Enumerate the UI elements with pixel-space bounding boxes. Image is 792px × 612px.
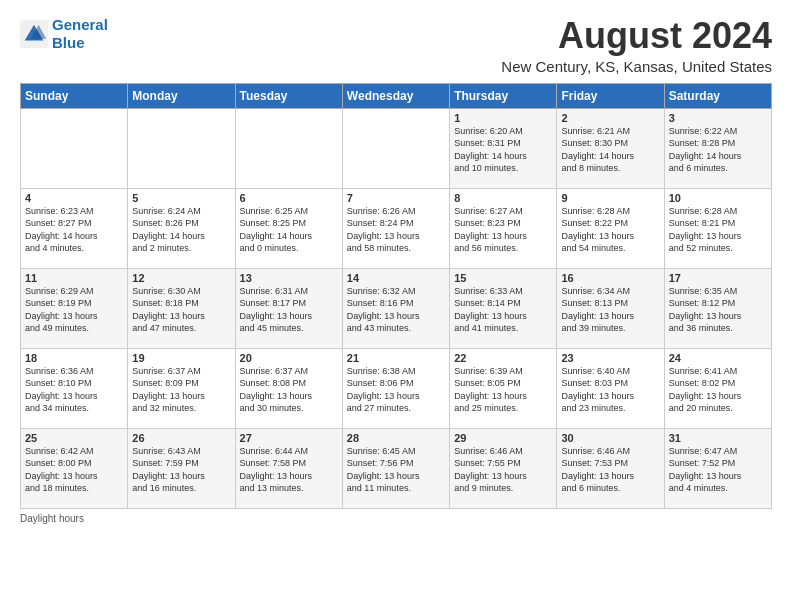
cell-week4-day2: 20Sunrise: 6:37 AM Sunset: 8:08 PM Dayli… bbox=[235, 348, 342, 428]
day-info: Sunrise: 6:25 AM Sunset: 8:25 PM Dayligh… bbox=[240, 205, 338, 255]
day-info: Sunrise: 6:31 AM Sunset: 8:17 PM Dayligh… bbox=[240, 285, 338, 335]
cell-week4-day1: 19Sunrise: 6:37 AM Sunset: 8:09 PM Dayli… bbox=[128, 348, 235, 428]
day-number: 13 bbox=[240, 272, 338, 284]
cell-week1-day6: 3Sunrise: 6:22 AM Sunset: 8:28 PM Daylig… bbox=[664, 108, 771, 188]
day-info: Sunrise: 6:45 AM Sunset: 7:56 PM Dayligh… bbox=[347, 445, 445, 495]
day-number: 25 bbox=[25, 432, 123, 444]
day-number: 21 bbox=[347, 352, 445, 364]
day-info: Sunrise: 6:41 AM Sunset: 8:02 PM Dayligh… bbox=[669, 365, 767, 415]
day-info: Sunrise: 6:40 AM Sunset: 8:03 PM Dayligh… bbox=[561, 365, 659, 415]
cell-week1-day3 bbox=[342, 108, 449, 188]
cell-week2-day5: 9Sunrise: 6:28 AM Sunset: 8:22 PM Daylig… bbox=[557, 188, 664, 268]
col-thursday: Thursday bbox=[450, 83, 557, 108]
cell-week2-day6: 10Sunrise: 6:28 AM Sunset: 8:21 PM Dayli… bbox=[664, 188, 771, 268]
day-number: 20 bbox=[240, 352, 338, 364]
day-number: 9 bbox=[561, 192, 659, 204]
day-info: Sunrise: 6:26 AM Sunset: 8:24 PM Dayligh… bbox=[347, 205, 445, 255]
day-number: 16 bbox=[561, 272, 659, 284]
day-info: Sunrise: 6:30 AM Sunset: 8:18 PM Dayligh… bbox=[132, 285, 230, 335]
cell-week4-day3: 21Sunrise: 6:38 AM Sunset: 8:06 PM Dayli… bbox=[342, 348, 449, 428]
cell-week5-day1: 26Sunrise: 6:43 AM Sunset: 7:59 PM Dayli… bbox=[128, 428, 235, 508]
calendar-table: Sunday Monday Tuesday Wednesday Thursday… bbox=[20, 83, 772, 509]
cell-week2-day0: 4Sunrise: 6:23 AM Sunset: 8:27 PM Daylig… bbox=[21, 188, 128, 268]
day-number: 12 bbox=[132, 272, 230, 284]
day-info: Sunrise: 6:32 AM Sunset: 8:16 PM Dayligh… bbox=[347, 285, 445, 335]
day-number: 6 bbox=[240, 192, 338, 204]
cell-week4-day6: 24Sunrise: 6:41 AM Sunset: 8:02 PM Dayli… bbox=[664, 348, 771, 428]
day-number: 27 bbox=[240, 432, 338, 444]
day-number: 18 bbox=[25, 352, 123, 364]
cell-week3-day1: 12Sunrise: 6:30 AM Sunset: 8:18 PM Dayli… bbox=[128, 268, 235, 348]
day-number: 3 bbox=[669, 112, 767, 124]
day-info: Sunrise: 6:42 AM Sunset: 8:00 PM Dayligh… bbox=[25, 445, 123, 495]
logo-text: General Blue bbox=[52, 16, 108, 52]
cell-week3-day5: 16Sunrise: 6:34 AM Sunset: 8:13 PM Dayli… bbox=[557, 268, 664, 348]
day-info: Sunrise: 6:23 AM Sunset: 8:27 PM Dayligh… bbox=[25, 205, 123, 255]
location: New Century, KS, Kansas, United States bbox=[501, 58, 772, 75]
col-wednesday: Wednesday bbox=[342, 83, 449, 108]
week-row-3: 11Sunrise: 6:29 AM Sunset: 8:19 PM Dayli… bbox=[21, 268, 772, 348]
cell-week3-day3: 14Sunrise: 6:32 AM Sunset: 8:16 PM Dayli… bbox=[342, 268, 449, 348]
month-title: August 2024 bbox=[501, 16, 772, 56]
day-number: 2 bbox=[561, 112, 659, 124]
cell-week4-day5: 23Sunrise: 6:40 AM Sunset: 8:03 PM Dayli… bbox=[557, 348, 664, 428]
header: General Blue August 2024 New Century, KS… bbox=[20, 16, 772, 75]
cell-week3-day4: 15Sunrise: 6:33 AM Sunset: 8:14 PM Dayli… bbox=[450, 268, 557, 348]
col-friday: Friday bbox=[557, 83, 664, 108]
day-number: 23 bbox=[561, 352, 659, 364]
day-info: Sunrise: 6:29 AM Sunset: 8:19 PM Dayligh… bbox=[25, 285, 123, 335]
cell-week3-day0: 11Sunrise: 6:29 AM Sunset: 8:19 PM Dayli… bbox=[21, 268, 128, 348]
day-info: Sunrise: 6:39 AM Sunset: 8:05 PM Dayligh… bbox=[454, 365, 552, 415]
day-info: Sunrise: 6:24 AM Sunset: 8:26 PM Dayligh… bbox=[132, 205, 230, 255]
logo-line1: General bbox=[52, 16, 108, 33]
cell-week5-day0: 25Sunrise: 6:42 AM Sunset: 8:00 PM Dayli… bbox=[21, 428, 128, 508]
day-info: Sunrise: 6:33 AM Sunset: 8:14 PM Dayligh… bbox=[454, 285, 552, 335]
cell-week3-day2: 13Sunrise: 6:31 AM Sunset: 8:17 PM Dayli… bbox=[235, 268, 342, 348]
day-info: Sunrise: 6:46 AM Sunset: 7:53 PM Dayligh… bbox=[561, 445, 659, 495]
day-info: Sunrise: 6:47 AM Sunset: 7:52 PM Dayligh… bbox=[669, 445, 767, 495]
day-number: 1 bbox=[454, 112, 552, 124]
cell-week1-day5: 2Sunrise: 6:21 AM Sunset: 8:30 PM Daylig… bbox=[557, 108, 664, 188]
day-info: Sunrise: 6:38 AM Sunset: 8:06 PM Dayligh… bbox=[347, 365, 445, 415]
day-info: Sunrise: 6:44 AM Sunset: 7:58 PM Dayligh… bbox=[240, 445, 338, 495]
day-number: 17 bbox=[669, 272, 767, 284]
day-info: Sunrise: 6:46 AM Sunset: 7:55 PM Dayligh… bbox=[454, 445, 552, 495]
day-number: 4 bbox=[25, 192, 123, 204]
day-number: 29 bbox=[454, 432, 552, 444]
day-info: Sunrise: 6:37 AM Sunset: 8:08 PM Dayligh… bbox=[240, 365, 338, 415]
cell-week1-day4: 1Sunrise: 6:20 AM Sunset: 8:31 PM Daylig… bbox=[450, 108, 557, 188]
page: General Blue August 2024 New Century, KS… bbox=[0, 0, 792, 534]
header-row: Sunday Monday Tuesday Wednesday Thursday… bbox=[21, 83, 772, 108]
week-row-4: 18Sunrise: 6:36 AM Sunset: 8:10 PM Dayli… bbox=[21, 348, 772, 428]
col-sunday: Sunday bbox=[21, 83, 128, 108]
day-info: Sunrise: 6:28 AM Sunset: 8:21 PM Dayligh… bbox=[669, 205, 767, 255]
col-saturday: Saturday bbox=[664, 83, 771, 108]
week-row-5: 25Sunrise: 6:42 AM Sunset: 8:00 PM Dayli… bbox=[21, 428, 772, 508]
cell-week5-day5: 30Sunrise: 6:46 AM Sunset: 7:53 PM Dayli… bbox=[557, 428, 664, 508]
cell-week5-day2: 27Sunrise: 6:44 AM Sunset: 7:58 PM Dayli… bbox=[235, 428, 342, 508]
logo: General Blue bbox=[20, 16, 108, 52]
cell-week5-day4: 29Sunrise: 6:46 AM Sunset: 7:55 PM Dayli… bbox=[450, 428, 557, 508]
day-info: Sunrise: 6:28 AM Sunset: 8:22 PM Dayligh… bbox=[561, 205, 659, 255]
cell-week2-day3: 7Sunrise: 6:26 AM Sunset: 8:24 PM Daylig… bbox=[342, 188, 449, 268]
day-number: 5 bbox=[132, 192, 230, 204]
day-number: 8 bbox=[454, 192, 552, 204]
logo-line2: Blue bbox=[52, 34, 85, 51]
day-info: Sunrise: 6:22 AM Sunset: 8:28 PM Dayligh… bbox=[669, 125, 767, 175]
day-number: 15 bbox=[454, 272, 552, 284]
day-number: 22 bbox=[454, 352, 552, 364]
cell-week1-day2 bbox=[235, 108, 342, 188]
day-number: 11 bbox=[25, 272, 123, 284]
day-number: 10 bbox=[669, 192, 767, 204]
day-info: Sunrise: 6:21 AM Sunset: 8:30 PM Dayligh… bbox=[561, 125, 659, 175]
cell-week2-day4: 8Sunrise: 6:27 AM Sunset: 8:23 PM Daylig… bbox=[450, 188, 557, 268]
day-number: 14 bbox=[347, 272, 445, 284]
day-info: Sunrise: 6:20 AM Sunset: 8:31 PM Dayligh… bbox=[454, 125, 552, 175]
cell-week1-day0 bbox=[21, 108, 128, 188]
cell-week3-day6: 17Sunrise: 6:35 AM Sunset: 8:12 PM Dayli… bbox=[664, 268, 771, 348]
day-number: 24 bbox=[669, 352, 767, 364]
day-number: 31 bbox=[669, 432, 767, 444]
day-number: 19 bbox=[132, 352, 230, 364]
cell-week1-day1 bbox=[128, 108, 235, 188]
day-number: 30 bbox=[561, 432, 659, 444]
